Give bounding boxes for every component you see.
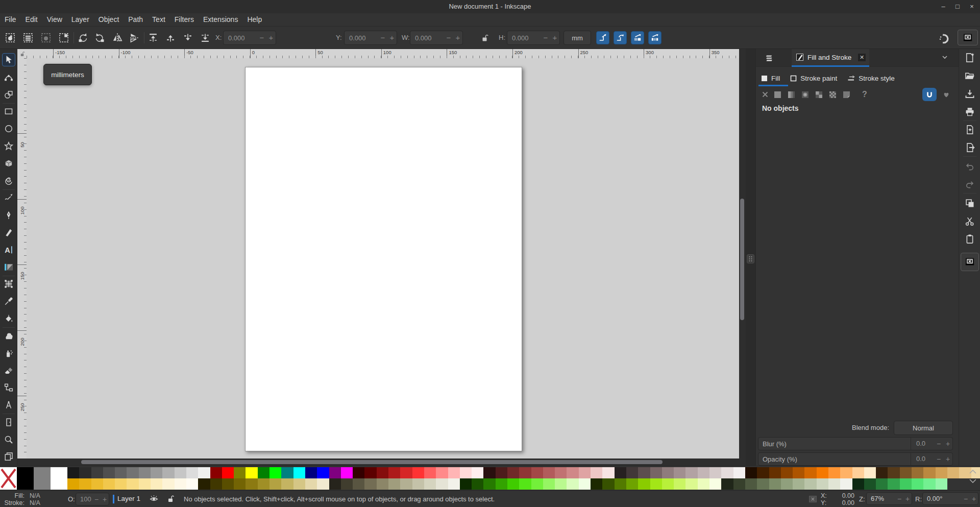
flat-color-icon[interactable] — [773, 90, 782, 99]
palette-swatch[interactable] — [721, 478, 733, 490]
palette-swatch[interactable] — [650, 467, 662, 478]
palette-swatch[interactable] — [400, 467, 412, 478]
palette-swatch[interactable] — [852, 467, 864, 478]
opacity-minus-button[interactable]: − — [92, 495, 101, 503]
palette-swatch[interactable] — [650, 478, 662, 490]
palette-swatch[interactable] — [472, 467, 483, 478]
palette-scroll-up-icon[interactable] — [969, 469, 977, 474]
palette-swatch[interactable] — [483, 478, 495, 490]
w-entry[interactable]: 0.000−+ — [410, 31, 463, 45]
palette-swatch[interactable] — [91, 478, 103, 490]
palette-swatch[interactable] — [210, 478, 222, 490]
pattern-icon[interactable] — [814, 90, 823, 99]
palette-swatch[interactable] — [507, 478, 519, 490]
palette-swatch[interactable] — [698, 467, 709, 478]
palette-swatch[interactable] — [436, 467, 448, 478]
palette-swatch[interactable] — [436, 478, 448, 490]
gradient-tool[interactable] — [2, 260, 15, 274]
x-entry[interactable]: 0.000−+ — [223, 31, 276, 45]
palette-swatch[interactable] — [685, 478, 697, 490]
palette-swatch[interactable] — [139, 478, 151, 490]
snap-magnet-icon[interactable] — [938, 33, 950, 45]
palette-swatch[interactable] — [615, 478, 626, 490]
palette-swatch[interactable] — [936, 478, 947, 490]
rotation-minus-button[interactable]: − — [962, 495, 970, 503]
palette-swatch[interactable] — [34, 467, 51, 490]
palette-swatch[interactable] — [364, 467, 376, 478]
radial-gradient-icon[interactable] — [800, 90, 810, 99]
opacity-plus-button[interactable]: + — [943, 455, 952, 463]
paint-bucket-tool[interactable] — [2, 312, 15, 325]
palette-swatch[interactable] — [175, 478, 186, 490]
measure-tool[interactable] — [2, 398, 15, 412]
fill-rule-evenodd-button[interactable] — [940, 89, 952, 100]
palette-swatch[interactable] — [472, 478, 483, 490]
zoom-minus-button[interactable]: − — [895, 495, 903, 503]
palette-swatch[interactable] — [817, 478, 828, 490]
opacity-plus-button[interactable]: + — [101, 495, 109, 503]
palette-swatch[interactable] — [388, 478, 400, 490]
palette-swatch[interactable] — [162, 478, 174, 490]
rectangle-tool[interactable] — [2, 105, 15, 118]
palette-swatch[interactable] — [424, 467, 436, 478]
palette-swatch[interactable] — [483, 467, 495, 478]
palette-swatch[interactable] — [305, 478, 317, 490]
y-minus-button[interactable]: − — [378, 31, 387, 44]
palette-swatch[interactable] — [567, 467, 578, 478]
palette-swatch[interactable] — [412, 478, 424, 490]
mesh-tool[interactable] — [2, 277, 15, 291]
stroke-value[interactable]: N/A — [30, 500, 40, 506]
select-all-layers-icon[interactable] — [22, 32, 34, 44]
cut-icon[interactable] — [964, 215, 975, 227]
palette-swatch[interactable] — [817, 467, 828, 478]
palette-swatch[interactable] — [793, 478, 804, 490]
palette-swatch[interactable] — [804, 467, 816, 478]
palette-swatch[interactable] — [281, 467, 293, 478]
palette-swatch[interactable] — [615, 467, 626, 478]
lower-to-bottom-icon[interactable] — [199, 32, 211, 44]
palette-swatch[interactable] — [709, 467, 721, 478]
y-entry[interactable]: 0.000−+ — [344, 31, 397, 45]
palette-swatch[interactable] — [543, 478, 555, 490]
palette-swatch[interactable] — [685, 467, 697, 478]
vertical-scrollbar-thumb[interactable] — [740, 199, 744, 320]
pages-tool[interactable] — [2, 450, 15, 463]
vertical-ruler[interactable]: 50100150200250 — [17, 58, 27, 458]
palette-swatch[interactable] — [674, 478, 685, 490]
canvas-viewport[interactable] — [27, 58, 739, 458]
palette-swatch[interactable] — [388, 467, 400, 478]
palette-swatch[interactable] — [222, 478, 234, 490]
rotate-cw-icon[interactable] — [94, 32, 106, 44]
menu-item[interactable]: Extensions — [199, 13, 242, 26]
lower-icon[interactable] — [182, 32, 194, 44]
palette-swatch[interactable] — [364, 478, 376, 490]
tweak-tool[interactable] — [2, 329, 15, 343]
palette-swatch[interactable] — [79, 467, 91, 478]
flip-vertical-icon[interactable] — [128, 32, 140, 44]
palette-swatch[interactable] — [17, 467, 34, 490]
eraser-tool[interactable] — [2, 364, 15, 377]
palette-swatch[interactable] — [781, 467, 793, 478]
menu-item[interactable]: View — [42, 13, 67, 26]
maximize-button[interactable]: □ — [950, 0, 965, 13]
paste-icon[interactable] — [964, 233, 975, 245]
palette-swatch[interactable] — [103, 467, 115, 478]
palette-swatch[interactable] — [186, 467, 198, 478]
layer-visibility-icon[interactable] — [150, 495, 158, 503]
palette-swatch[interactable] — [305, 467, 317, 478]
star-tool[interactable] — [2, 139, 15, 153]
raise-to-top-icon[interactable] — [147, 32, 159, 44]
palette-swatch[interactable] — [162, 467, 174, 478]
palette-swatch[interactable] — [198, 467, 210, 478]
no-color-swatch[interactable] — [0, 467, 17, 490]
tab-fill-and-stroke[interactable]: Fill and Stroke ✕ — [792, 49, 869, 67]
deselect-icon[interactable] — [40, 32, 52, 44]
palette-swatch[interactable] — [270, 467, 281, 478]
menu-item[interactable]: Path — [124, 13, 148, 26]
menu-item[interactable]: Edit — [21, 13, 42, 26]
shape-builder-tool[interactable] — [2, 88, 15, 101]
palette-swatch[interactable] — [721, 467, 733, 478]
palette-swatch[interactable] — [317, 467, 329, 478]
palette-swatch[interactable] — [448, 467, 460, 478]
palette-swatch[interactable] — [733, 478, 745, 490]
